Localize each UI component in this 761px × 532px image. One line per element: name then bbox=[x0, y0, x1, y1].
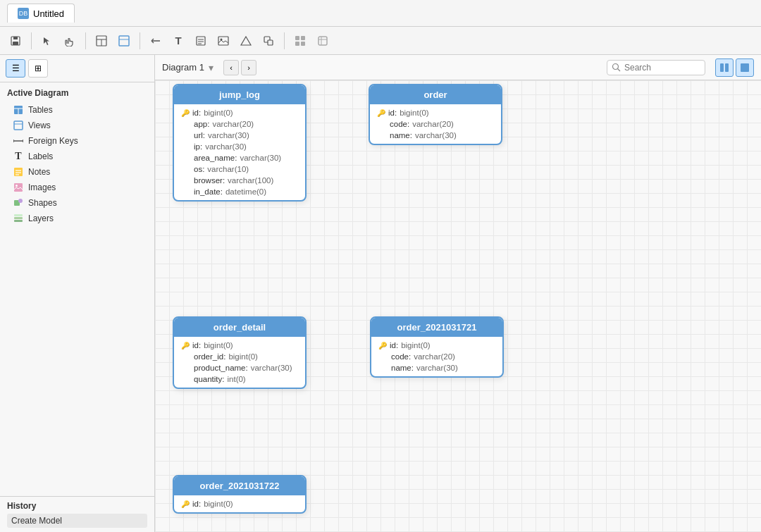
table-order[interactable]: order🔑id: bigint(0)code: varchar(20)name… bbox=[369, 84, 502, 145]
search-box bbox=[607, 60, 705, 75]
sidebar-list-view-btn[interactable]: ☰ bbox=[6, 59, 25, 78]
field-type: varchar(10) bbox=[207, 165, 249, 173]
pointer-button[interactable] bbox=[37, 31, 57, 51]
tool2-button[interactable] bbox=[313, 31, 333, 51]
field-type: varchar(30) bbox=[205, 142, 247, 151]
table-jump_log[interactable]: jump_log🔑id: bigint(0)app: varchar(20)ur… bbox=[173, 84, 307, 202]
field-name: browser: bbox=[194, 176, 225, 185]
field-name: id: bbox=[192, 109, 201, 117]
table-row: 🔑id: bigint(0) bbox=[174, 498, 305, 509]
sidebar-item-layers[interactable]: Layers bbox=[7, 211, 147, 226]
table-row: name: varchar(30) bbox=[370, 130, 501, 141]
key-icon: 🔑 bbox=[181, 500, 190, 508]
active-diagram-section: Active Diagram Tables Views Foreign Keys bbox=[0, 82, 154, 232]
table-row: code: varchar(20) bbox=[370, 118, 501, 130]
field-name: id: bbox=[192, 500, 201, 508]
shape-button[interactable] bbox=[236, 31, 256, 51]
document-tab[interactable]: DB Untitled bbox=[7, 4, 75, 23]
field-type: bigint(0) bbox=[228, 352, 258, 361]
search-icon-wrap bbox=[607, 60, 705, 75]
sidebar-item-notes[interactable]: Notes bbox=[7, 164, 147, 180]
sidebar-view-toggle: ☰ ⊞ bbox=[0, 55, 154, 82]
field-name: order_id: bbox=[194, 352, 225, 361]
sidebar-grid-view-btn[interactable]: ⊞ bbox=[28, 59, 48, 78]
table-header-order_detail: order_detail bbox=[174, 318, 305, 337]
image-button[interactable] bbox=[214, 31, 233, 51]
table-header-order_2021031721: order_2021031721 bbox=[371, 318, 502, 337]
resize-button[interactable] bbox=[259, 31, 278, 51]
nav-next-btn[interactable]: › bbox=[241, 60, 256, 75]
field-type: varchar(30) bbox=[208, 131, 249, 140]
line-button[interactable] bbox=[146, 31, 166, 51]
images-label: Images bbox=[28, 183, 56, 192]
table-body-order_2021031721: 🔑id: bigint(0)code: varchar(20)name: var… bbox=[371, 337, 502, 376]
svg-marker-17 bbox=[241, 37, 251, 45]
tool1-button[interactable] bbox=[290, 31, 310, 51]
sidebar-item-tables[interactable]: Tables bbox=[7, 102, 147, 118]
history-item-create-model[interactable]: Create Model bbox=[7, 514, 147, 528]
field-name: quantity: bbox=[194, 375, 224, 383]
field-name: ip: bbox=[194, 142, 202, 151]
svg-rect-15 bbox=[218, 37, 228, 45]
table-header-order_2021031722: order_2021031722 bbox=[174, 476, 305, 495]
table-order_2021031722[interactable]: order_2021031722🔑id: bigint(0) bbox=[173, 475, 307, 514]
toolbar-sep-1 bbox=[31, 32, 32, 49]
table-body-order_2021031722: 🔑id: bigint(0) bbox=[174, 495, 305, 512]
labels-label: Labels bbox=[28, 151, 53, 161]
save-button[interactable] bbox=[6, 31, 25, 51]
field-name: app: bbox=[194, 120, 209, 128]
labels-icon: T bbox=[13, 151, 24, 162]
svg-rect-1 bbox=[13, 37, 18, 39]
main-layout: ☰ ⊞ Active Diagram Tables Views bbox=[0, 55, 761, 532]
table-row: in_date: datetime(0) bbox=[174, 186, 305, 197]
table-row: quantity: int(0) bbox=[174, 373, 305, 385]
note-button[interactable] bbox=[191, 31, 211, 51]
field-type: varchar(30) bbox=[416, 364, 458, 372]
field-name: code: bbox=[391, 352, 411, 361]
grid-canvas[interactable]: jump_log🔑id: bigint(0)app: varchar(20)ur… bbox=[155, 80, 761, 532]
hand-button[interactable] bbox=[60, 31, 80, 51]
text-button[interactable]: T bbox=[168, 31, 188, 51]
nav-prev-btn[interactable]: ‹ bbox=[223, 60, 239, 75]
table-order_2021031721[interactable]: order_2021031721🔑id: bigint(0)code: varc… bbox=[370, 316, 504, 378]
foreign-keys-icon bbox=[13, 135, 24, 147]
table-body-order_detail: 🔑id: bigint(0)order_id: bigint(0)product… bbox=[174, 337, 305, 388]
svg-rect-2 bbox=[13, 42, 18, 45]
svg-rect-21 bbox=[301, 36, 305, 40]
svg-rect-45 bbox=[14, 214, 23, 216]
field-type: bigint(0) bbox=[204, 109, 233, 117]
field-name: id: bbox=[388, 109, 397, 117]
svg-rect-49 bbox=[725, 63, 729, 72]
view-toggle bbox=[715, 58, 754, 77]
shapes-icon bbox=[13, 197, 24, 209]
svg-rect-44 bbox=[14, 220, 23, 222]
images-icon bbox=[13, 182, 24, 193]
table-row: browser: varchar(100) bbox=[174, 175, 305, 186]
field-name: url: bbox=[194, 131, 205, 140]
sidebar-item-images[interactable]: Images bbox=[7, 180, 147, 195]
svg-rect-20 bbox=[295, 36, 299, 40]
field-type: varchar(30) bbox=[415, 131, 457, 140]
search-input[interactable] bbox=[607, 60, 705, 75]
field-name: product_name: bbox=[194, 364, 248, 372]
full-view-btn[interactable] bbox=[736, 58, 754, 77]
toolbar-sep-2 bbox=[85, 32, 86, 49]
svg-rect-43 bbox=[14, 217, 23, 219]
split-view-btn[interactable] bbox=[715, 58, 734, 77]
sidebar-item-shapes[interactable]: Shapes bbox=[7, 195, 147, 211]
views-label: Views bbox=[28, 120, 51, 130]
sidebar-item-labels[interactable]: T Labels bbox=[7, 149, 147, 164]
table-order_detail[interactable]: order_detail🔑id: bigint(0)order_id: bigi… bbox=[173, 316, 307, 389]
sidebar-item-foreign-keys[interactable]: Foreign Keys bbox=[7, 133, 147, 149]
view-button[interactable] bbox=[114, 31, 134, 51]
notes-icon bbox=[13, 166, 24, 178]
svg-rect-6 bbox=[119, 36, 129, 46]
table-row: order_id: bigint(0) bbox=[174, 351, 305, 362]
field-type: varchar(100) bbox=[228, 176, 273, 185]
table-row: app: varchar(20) bbox=[174, 118, 305, 130]
canvas-topbar: Diagram 1 ▾ ‹ › bbox=[155, 55, 761, 80]
diagram-dropdown-icon[interactable]: ▾ bbox=[209, 62, 214, 73]
tab-title: Untitled bbox=[33, 8, 64, 19]
table-button[interactable] bbox=[92, 31, 111, 51]
sidebar-item-views[interactable]: Views bbox=[7, 118, 147, 133]
